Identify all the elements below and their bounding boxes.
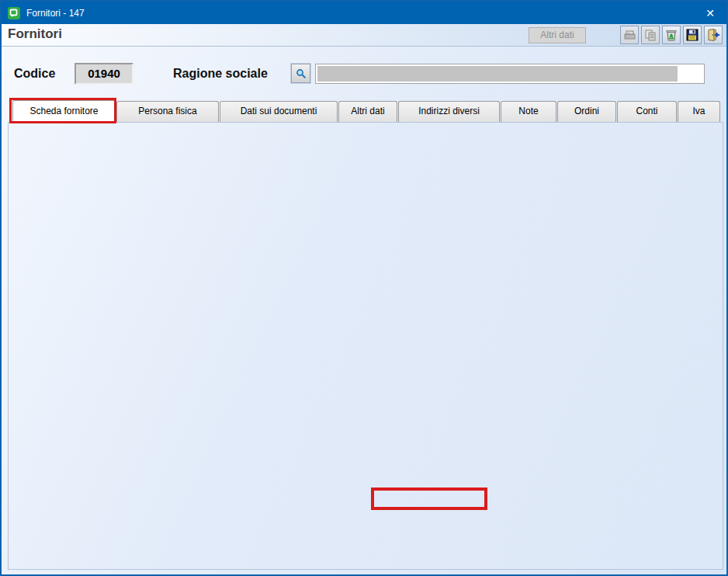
title-bar: Fornitori - 147 ✕ bbox=[2, 2, 726, 24]
tab-scheda-fornitore[interactable]: Scheda fornitore bbox=[12, 100, 116, 123]
altri-dati-button[interactable]: Altri dati bbox=[529, 27, 586, 43]
save-button[interactable] bbox=[683, 26, 702, 44]
trash-recycle-icon bbox=[665, 29, 678, 42]
tab-conti[interactable]: Conti bbox=[617, 101, 677, 122]
ragione-sociale-label: Ragione sociale bbox=[173, 67, 268, 81]
ragione-sociale-field[interactable] bbox=[315, 64, 705, 84]
copy-icon bbox=[644, 29, 657, 41]
delete-button[interactable] bbox=[662, 26, 681, 44]
tab-panel bbox=[8, 122, 723, 570]
save-floppy-icon bbox=[686, 29, 699, 41]
tab-altri-dati[interactable]: Altri dati bbox=[338, 101, 397, 122]
tab-note[interactable]: Note bbox=[501, 101, 556, 122]
app-window: Fornitori - 147 ✕ Fornitori Altri dati C… bbox=[0, 0, 728, 576]
codice-label: Codice bbox=[14, 67, 55, 81]
exit-door-icon bbox=[707, 29, 720, 41]
exit-button[interactable] bbox=[704, 26, 723, 44]
print-icon bbox=[623, 29, 636, 41]
tab-persona-fisica[interactable]: Persona fisica bbox=[116, 101, 219, 122]
header-band: Fornitori Altri dati bbox=[2, 24, 726, 47]
tab-dati-documenti[interactable]: Dati sui documenti bbox=[220, 101, 338, 122]
page-title: Fornitori bbox=[8, 26, 62, 42]
tab-ordini[interactable]: Ordini bbox=[557, 101, 616, 122]
app-icon bbox=[8, 7, 20, 19]
close-icon[interactable]: ✕ bbox=[695, 2, 725, 24]
redacted-value bbox=[317, 66, 678, 82]
search-icon bbox=[296, 68, 307, 79]
tab-indirizzi-diversi[interactable]: Indirizzi diversi bbox=[398, 101, 500, 122]
toolbar bbox=[620, 26, 723, 44]
copy-button[interactable] bbox=[641, 26, 660, 44]
tab-iva[interactable]: Iva bbox=[678, 101, 720, 122]
codice-field[interactable]: 01940 bbox=[75, 63, 133, 85]
window-title: Fornitori - 147 bbox=[26, 8, 85, 19]
print-button[interactable] bbox=[620, 26, 639, 44]
search-button[interactable] bbox=[291, 64, 310, 83]
